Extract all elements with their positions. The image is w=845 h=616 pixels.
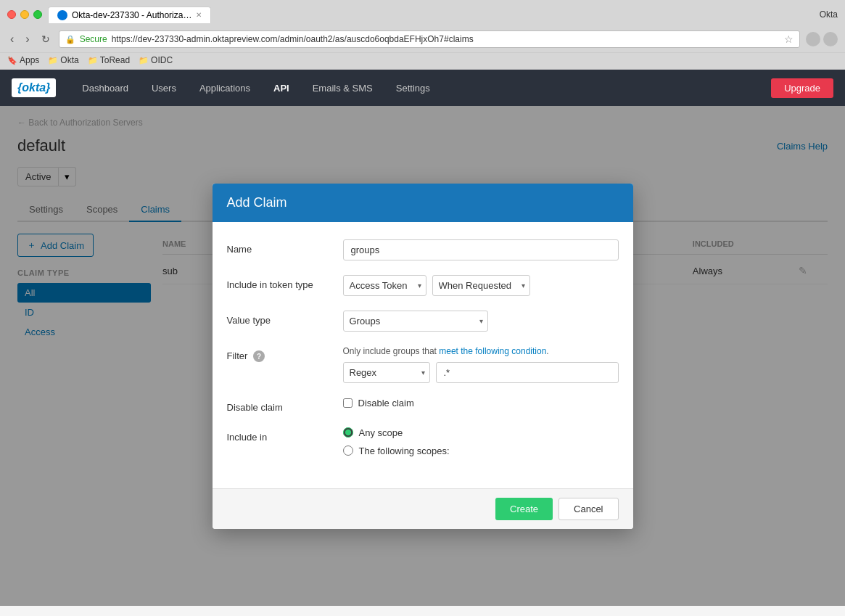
any-scope-label[interactable]: Any scope	[359, 427, 403, 438]
nav-applications[interactable]: Applications	[188, 70, 262, 106]
create-button[interactable]: Create	[495, 498, 553, 520]
url-text: https://dev-237330-admin.oktapreview.com…	[112, 34, 780, 44]
upgrade-button[interactable]: Upgrade	[771, 78, 833, 98]
include-in-field: Any scope The following scopes:	[343, 427, 619, 456]
tab-title: Okta-dev-237330 - Authoriza…	[72, 10, 191, 20]
bookmark-star-icon[interactable]: ☆	[784, 33, 794, 45]
value-type-field: Expression Groups Claim value	[343, 311, 619, 332]
menu-button[interactable]	[823, 32, 838, 46]
nav-users[interactable]: Users	[140, 70, 188, 106]
when-select[interactable]: Always When Requested	[432, 275, 530, 296]
bookmarks-bar: 🔖 Apps 📁 Okta 📁 ToRead 📁 OIDC	[0, 52, 845, 69]
bookmark-toread-label: ToRead	[100, 55, 130, 65]
token-type-field: Identity Token Access Token Always When …	[343, 275, 619, 296]
name-field	[343, 239, 619, 260]
page-content: ← Back to Authorization Servers default …	[0, 106, 845, 606]
cancel-button[interactable]: Cancel	[558, 498, 618, 520]
close-dot[interactable]	[7, 10, 16, 19]
filter-type-wrapper: Matches regex Starts with Equals Contain…	[343, 362, 430, 383]
browser-app-name: Okta	[820, 9, 838, 20]
bookmark-apps-icon: 🔖	[7, 56, 17, 65]
nav-emails-sms[interactable]: Emails & SMS	[301, 70, 384, 106]
modal-title: Add Claim	[227, 195, 619, 210]
browser-title-bar: Okta-dev-237330 - Authoriza… ✕ Okta	[0, 0, 845, 28]
minimize-dot[interactable]	[20, 10, 29, 19]
scope-radio-group: Any scope The following scopes:	[343, 427, 619, 456]
token-type-row: Include in token type Identity Token Acc…	[227, 275, 619, 296]
filter-hint: Only include groups that meet the follow…	[343, 346, 619, 356]
forward-button[interactable]: ›	[22, 31, 32, 47]
address-bar-row: ‹ › ↻ 🔒 Secure https://dev-237330-admin.…	[0, 28, 845, 52]
lock-icon: 🔒	[65, 35, 75, 44]
value-type-wrapper: Expression Groups Claim value	[343, 311, 488, 332]
include-in-label: Include in	[227, 427, 343, 443]
tab-close-button[interactable]: ✕	[196, 11, 202, 19]
bookmark-oidc[interactable]: 📁 OIDC	[139, 55, 173, 65]
modal-overlay: Add Claim Name Include in token type	[0, 106, 845, 606]
nav-items: Dashboard Users Applications API Emails …	[70, 70, 441, 106]
new-tab-button[interactable]	[217, 6, 260, 23]
bookmark-oidc-icon: 📁	[139, 56, 149, 65]
token-type-wrapper: Identity Token Access Token	[343, 275, 426, 296]
filter-type-select[interactable]: Matches regex Starts with Equals Contain…	[343, 362, 430, 383]
token-type-select[interactable]: Identity Token Access Token	[343, 275, 426, 296]
disable-claim-checkbox-label[interactable]: Disable claim	[358, 398, 414, 408]
filter-hint-link[interactable]: meet the following condition	[439, 346, 546, 356]
bookmark-toread-icon: 📁	[88, 56, 98, 65]
disable-claim-row: Disable claim Disable claim	[227, 398, 619, 413]
following-scopes-label[interactable]: The following scopes:	[359, 445, 450, 456]
bookmark-okta-label: Okta	[60, 55, 78, 65]
value-type-row: Value type Expression Groups Claim value	[227, 311, 619, 332]
okta-app: {okta} Dashboard Users Applications API …	[0, 70, 845, 606]
active-tab[interactable]: Okta-dev-237330 - Authoriza… ✕	[48, 7, 211, 23]
modal-body: Name Include in token type Id	[213, 222, 633, 488]
following-scopes-row: The following scopes:	[343, 445, 619, 456]
url-bar[interactable]: 🔒 Secure https://dev-237330-admin.oktapr…	[59, 30, 800, 48]
filter-field: Only include groups that meet the follow…	[343, 346, 619, 383]
any-scope-row: Any scope	[343, 427, 619, 438]
filter-row: Filter ? Only include groups that meet t…	[227, 346, 619, 383]
window-controls	[7, 10, 42, 19]
when-wrapper: Always When Requested	[432, 275, 530, 296]
back-button[interactable]: ‹	[7, 31, 17, 47]
following-scopes-radio[interactable]	[343, 445, 353, 456]
browser-action-buttons	[806, 32, 838, 46]
name-row: Name	[227, 239, 619, 260]
top-nav: {okta} Dashboard Users Applications API …	[0, 70, 845, 106]
bookmark-okta[interactable]: 📁 Okta	[48, 55, 78, 65]
filter-label: Filter ?	[227, 346, 343, 363]
nav-dashboard[interactable]: Dashboard	[70, 70, 140, 106]
disable-claim-checkbox[interactable]	[343, 398, 353, 408]
extensions-button[interactable]	[806, 32, 820, 46]
nav-api[interactable]: API	[262, 70, 301, 106]
tab-favicon	[57, 10, 67, 20]
disable-checkbox-row: Disable claim	[343, 398, 619, 408]
okta-logo[interactable]: {okta}	[12, 78, 56, 97]
nav-settings[interactable]: Settings	[384, 70, 442, 106]
any-scope-radio[interactable]	[343, 427, 353, 438]
bookmark-toread[interactable]: 📁 ToRead	[88, 55, 130, 65]
modal-header: Add Claim	[213, 184, 633, 222]
refresh-button[interactable]: ↻	[38, 32, 53, 46]
disable-claim-field: Disable claim	[343, 398, 619, 408]
value-type-label: Value type	[227, 311, 343, 326]
token-type-selects: Identity Token Access Token Always When …	[343, 275, 619, 296]
bookmark-apps-label: Apps	[20, 55, 39, 65]
disable-claim-label: Disable claim	[227, 398, 343, 413]
bookmark-okta-icon: 📁	[48, 56, 58, 65]
include-token-label: Include in token type	[227, 275, 343, 290]
secure-label: Secure	[80, 34, 107, 44]
name-label: Name	[227, 239, 343, 255]
browser-chrome: Okta-dev-237330 - Authoriza… ✕ Okta ‹ › …	[0, 0, 845, 70]
bookmark-oidc-label: OIDC	[151, 55, 173, 65]
filter-value-input[interactable]	[436, 362, 619, 383]
name-input[interactable]	[343, 239, 619, 260]
add-claim-modal: Add Claim Name Include in token type	[213, 184, 633, 529]
value-type-select[interactable]: Expression Groups Claim value	[343, 311, 488, 332]
filter-help-icon[interactable]: ?	[253, 350, 265, 362]
bookmark-apps[interactable]: 🔖 Apps	[7, 55, 39, 65]
modal-footer: Create Cancel	[213, 488, 633, 529]
include-in-row: Include in Any scope The following scope…	[227, 427, 619, 456]
maximize-dot[interactable]	[33, 10, 42, 19]
filter-input-row: Matches regex Starts with Equals Contain…	[343, 362, 619, 383]
